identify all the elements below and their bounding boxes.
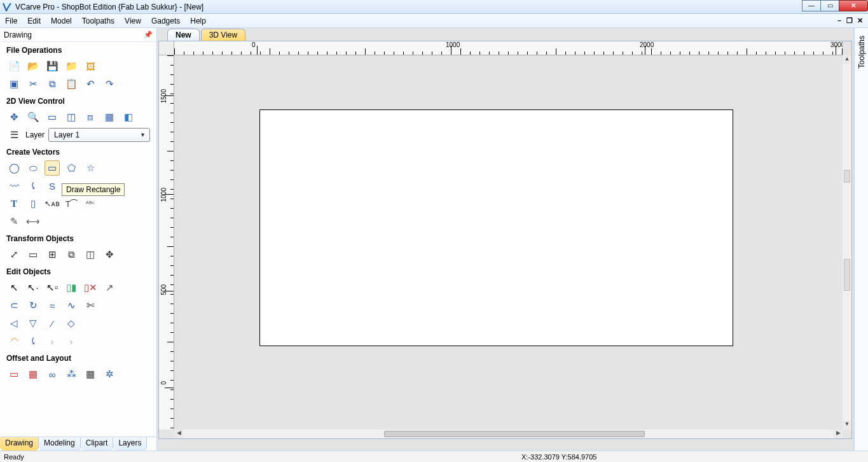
join-open-icon[interactable]: ⊂: [6, 298, 22, 313]
scroll-right-icon[interactable]: ▶: [834, 430, 843, 438]
menu-model[interactable]: Model: [51, 17, 72, 25]
menubar: File Edit Model Toolpaths View Gadgets H…: [0, 14, 868, 28]
plate-icon[interactable]: ▦: [83, 367, 98, 382]
arc-icon[interactable]: ⤹: [25, 178, 41, 193]
scroll-up-icon[interactable]: ▲: [843, 55, 851, 64]
import-bitmap-icon[interactable]: 🖼: [83, 59, 98, 74]
text-block-icon[interactable]: ▯: [25, 196, 41, 211]
status-coords: X:-332.3079 Y:584.9705: [521, 453, 596, 461]
new-file-icon[interactable]: 📄: [6, 59, 22, 74]
hscroll[interactable]: ◀ ▶: [174, 430, 843, 438]
close-button[interactable]: ✕: [839, 0, 868, 11]
curve-icon[interactable]: S: [45, 178, 60, 193]
trim-icon[interactable]: ⤹: [25, 333, 41, 349]
shape-icon[interactable]: ▽: [25, 316, 41, 331]
rectangle-icon[interactable]: ▭: [45, 160, 60, 176]
distort-icon[interactable]: ✥: [102, 247, 117, 262]
scissors-icon[interactable]: ✄: [83, 298, 98, 313]
zoom-icon[interactable]: 🔍: [25, 109, 41, 125]
copy-icon[interactable]: ⧉: [45, 76, 60, 92]
transform-group-icon[interactable]: ▯▮: [64, 280, 79, 295]
pin-icon[interactable]: 📌: [144, 31, 153, 39]
subtract-icon[interactable]: ›: [64, 333, 79, 349]
mdi-minimize[interactable]: –: [835, 16, 844, 25]
doc-tabs: New 3D View: [167, 28, 245, 41]
menu-toolpaths[interactable]: Toolpaths: [82, 17, 114, 25]
node-edit-icon[interactable]: ↖·: [25, 280, 41, 295]
mirror-icon[interactable]: ⧉: [64, 247, 79, 262]
view-inner[interactable]: [174, 55, 843, 430]
rotate-vectors-icon[interactable]: ↻: [25, 298, 41, 313]
layout-icon[interactable]: ✲: [102, 367, 117, 382]
circle-icon[interactable]: ◯: [6, 160, 22, 176]
paste-icon[interactable]: 📋: [64, 76, 79, 92]
node-edit-text-icon[interactable]: ↖ᴀʙ: [45, 196, 60, 211]
close-vector-icon[interactable]: ≈: [45, 298, 60, 313]
menu-view[interactable]: View: [125, 17, 141, 25]
maximize-button[interactable]: ▭: [820, 0, 839, 11]
menu-gadgets[interactable]: Gadgets: [151, 17, 180, 25]
toolpaths-strip[interactable]: Toolpaths: [854, 28, 868, 451]
triangle-icon[interactable]: ◁: [6, 316, 22, 331]
tab-layers[interactable]: Layers: [113, 437, 147, 451]
pan-icon[interactable]: ✥: [6, 109, 22, 125]
offset-icon[interactable]: ▭: [6, 367, 22, 382]
menu-edit[interactable]: Edit: [27, 17, 41, 25]
tab-drawing[interactable]: Drawing: [0, 437, 39, 451]
mdi-controls: – ❐ ✕: [835, 16, 864, 25]
edit-node-icon[interactable]: ∕: [45, 316, 60, 331]
import-icon[interactable]: 📁: [64, 59, 79, 74]
mdi-close[interactable]: ✕: [855, 16, 864, 25]
section-view-control: 2D View Control: [6, 97, 150, 106]
dimension-icon[interactable]: ⟷: [25, 214, 41, 229]
rotate-icon[interactable]: ◫: [83, 247, 98, 262]
measure-icon[interactable]: ↗: [102, 280, 117, 295]
select-icon[interactable]: ↖: [6, 280, 22, 295]
hscroll-thumb[interactable]: [384, 431, 645, 437]
text-icon[interactable]: T: [6, 196, 22, 211]
undo-icon[interactable]: ↶: [83, 76, 98, 92]
cut-icon[interactable]: ✂: [25, 76, 41, 92]
convert-text-icon[interactable]: ᴬᴮᶜ: [83, 196, 98, 211]
scroll-left-icon[interactable]: ◀: [174, 430, 183, 438]
layers-icon[interactable]: ☰: [6, 127, 22, 143]
toggle-grid-icon[interactable]: ▦: [102, 109, 117, 125]
ellipse-icon[interactable]: ⬭: [25, 160, 41, 176]
fit-curves-icon[interactable]: ∿: [64, 298, 79, 313]
mdi-restore[interactable]: ❐: [845, 16, 854, 25]
point-edit-icon[interactable]: ↖▫: [45, 280, 60, 295]
layer-dropdown[interactable]: Layer 1: [48, 128, 150, 142]
polyline-icon[interactable]: 〰: [6, 178, 22, 193]
circular-array-icon[interactable]: ∞: [45, 367, 60, 382]
weld-icon[interactable]: ›: [45, 333, 60, 349]
extend-icon[interactable]: ◇: [64, 316, 79, 331]
align-center-icon[interactable]: ⊞: [45, 247, 60, 262]
array-copy-icon[interactable]: ▦: [25, 367, 41, 382]
star-icon[interactable]: ☆: [83, 160, 98, 176]
set-size-icon[interactable]: ▭: [25, 247, 41, 262]
minimize-button[interactable]: —: [802, 0, 821, 11]
trace-icon[interactable]: ✎: [6, 214, 22, 229]
tab-clipart[interactable]: Clipart: [81, 437, 114, 451]
save-file-icon[interactable]: 💾: [45, 59, 60, 74]
job-size-icon[interactable]: ▣: [6, 76, 22, 92]
zoom-select-icon[interactable]: ◫: [64, 109, 79, 125]
text-on-curve-icon[interactable]: T⁀: [64, 196, 79, 211]
nest-icon[interactable]: ⁂: [64, 367, 79, 382]
menu-file[interactable]: File: [5, 17, 17, 25]
zoom-fit-icon[interactable]: ▭: [45, 109, 60, 125]
doc-tab-new[interactable]: New: [167, 29, 200, 41]
doc-tab-3dview[interactable]: 3D View: [201, 29, 245, 41]
zoom-window-icon[interactable]: ⧈: [83, 109, 98, 125]
scroll-down-icon[interactable]: ▼: [843, 421, 851, 430]
open-file-icon[interactable]: 📂: [25, 59, 41, 74]
fillet-icon[interactable]: ◠: [6, 333, 22, 349]
snap-icon[interactable]: ◧: [121, 109, 136, 125]
polygon-icon[interactable]: ⬠: [64, 160, 79, 176]
redo-icon[interactable]: ↷: [102, 76, 117, 92]
tab-modeling[interactable]: Modeling: [39, 437, 81, 451]
vscroll[interactable]: ▲ ▼: [843, 55, 851, 430]
move-icon[interactable]: ⤢: [6, 247, 22, 262]
menu-help[interactable]: Help: [190, 17, 206, 25]
ungroup-icon[interactable]: ▯✕: [83, 280, 98, 295]
